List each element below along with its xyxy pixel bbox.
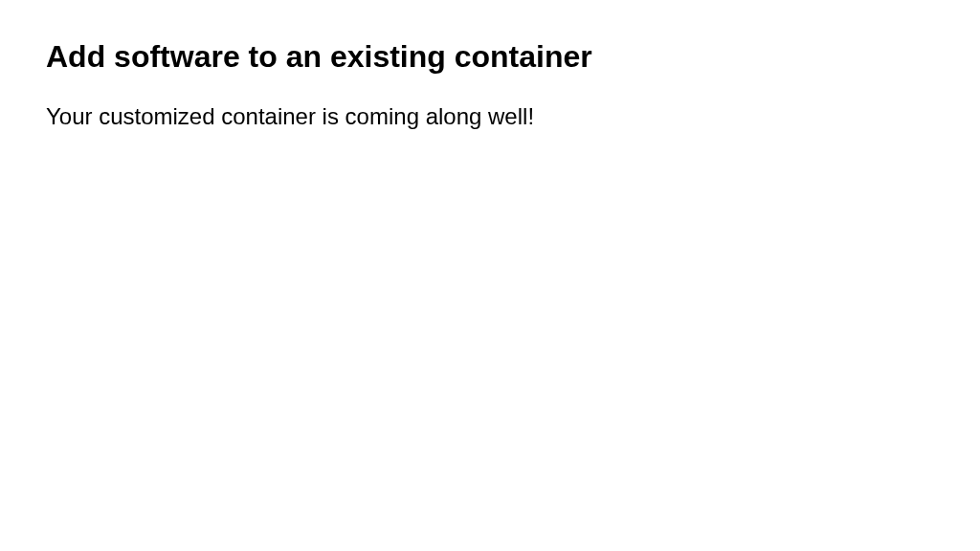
body-text: Your customized container is coming alon…: [46, 101, 934, 131]
page-heading: Add software to an existing container: [46, 38, 934, 75]
